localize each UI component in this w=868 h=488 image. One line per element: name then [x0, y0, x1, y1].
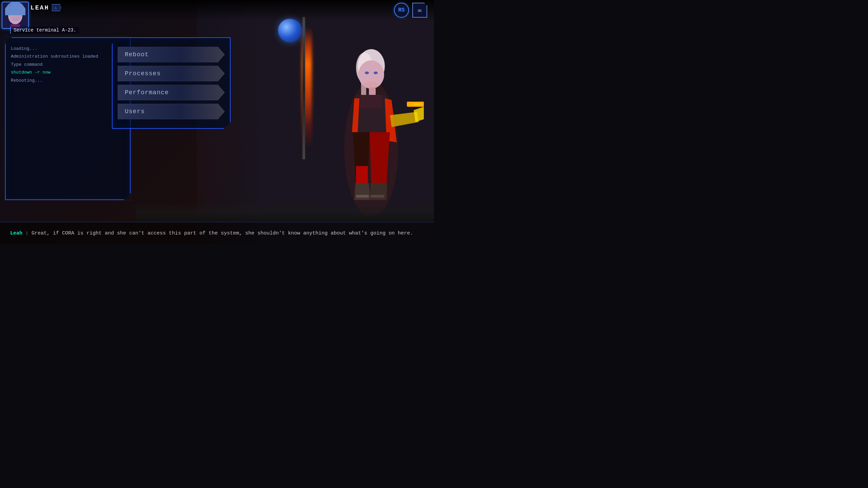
performance-button[interactable]: Performance [118, 85, 225, 100]
level-badge: △ [52, 4, 61, 11]
name-tag: LEAH △ [31, 4, 61, 11]
processes-label: Processes [125, 70, 161, 77]
svg-point-17 [16, 13, 20, 16]
top-right-hud: RS ✉ [394, 3, 427, 18]
svg-point-14 [6, 5, 14, 16]
svg-point-16 [11, 13, 15, 16]
terminal-content: Loading... Administration subroutines lo… [6, 38, 130, 91]
dialogue-bar: Leah : Great, if CORA is right and she c… [0, 222, 434, 244]
svg-point-15 [8, 7, 22, 24]
dialogue-text: Leah : Great, if CORA is right and she c… [10, 230, 413, 237]
svg-point-19 [17, 14, 18, 15]
users-button[interactable]: Users [118, 104, 225, 119]
currency-icon[interactable]: RS [394, 3, 409, 18]
mail-icon[interactable]: ✉ [412, 3, 427, 18]
blue-sphere [278, 19, 302, 42]
top-hud: LEAH △ RS ✉ [0, 0, 434, 20]
terminal-line-4: shutdown -r now [11, 68, 125, 76]
reboot-label: Reboot [125, 51, 149, 58]
svg-point-11 [344, 81, 398, 217]
svg-point-5 [374, 72, 378, 74]
avatar-container [2, 2, 29, 29]
floor [136, 202, 434, 222]
menu-border: Reboot Processes Performance Users [112, 37, 231, 129]
character-name: LEAH [31, 4, 49, 11]
dialogue-speaker: Leah [10, 230, 22, 236]
users-label: Users [125, 108, 145, 115]
terminal-line-1: Loading... [11, 45, 125, 53]
svg-rect-8 [407, 102, 424, 107]
terminal-line-5: Rebooting... [11, 77, 125, 84]
avatar-frame [2, 2, 29, 29]
processes-button[interactable]: Processes [118, 66, 225, 81]
dialogue-colon: : [25, 230, 32, 236]
character-figure [309, 47, 424, 224]
location-text: Service terminal A-23. [10, 27, 79, 34]
terminal-line-3: Type command [11, 61, 125, 68]
svg-point-13 [6, 2, 24, 16]
reboot-button[interactable]: Reboot [118, 47, 225, 62]
location-label: Service terminal A-23. [10, 27, 79, 33]
avatar-face [2, 2, 28, 28]
terminal-line-2: Administration subroutines loaded [11, 53, 125, 60]
svg-point-18 [12, 14, 13, 15]
svg-point-4 [365, 72, 369, 74]
performance-label: Performance [125, 89, 169, 96]
door-frame [302, 17, 305, 159]
menu-panel: Reboot Processes Performance Users [112, 37, 231, 129]
dialogue-message: Great, if CORA is right and she can't ac… [32, 230, 413, 236]
